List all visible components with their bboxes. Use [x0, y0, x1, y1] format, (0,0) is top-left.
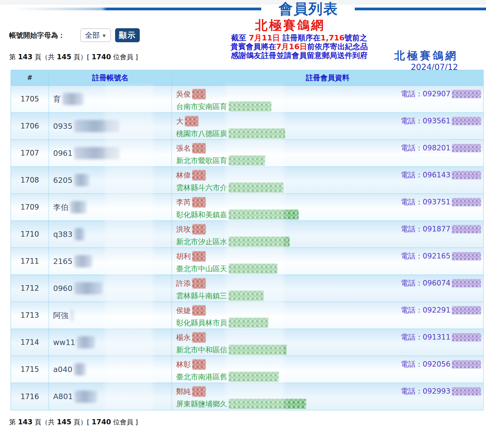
- member-number: 1708: [11, 167, 49, 193]
- site-brand-blue: 北極賽鴿網: [337, 49, 458, 63]
- account-name: 0935: [53, 122, 73, 131]
- table-body: 1705 育 吳俊電話：092907 台南市安南區育 1706 0935 大電話…: [11, 86, 483, 410]
- redacted-phone: [452, 171, 481, 179]
- member-name: 胡利: [176, 251, 191, 261]
- pagination-text: 頁（共: [33, 53, 57, 61]
- redacted-address: [229, 156, 265, 166]
- announcement-number-red: 1,716: [320, 33, 344, 42]
- table-row: 1714 ww11 楊永電話：091311 新北市中和區信: [11, 329, 483, 356]
- redacted-phone: [452, 279, 481, 287]
- redacted-phone: [452, 117, 481, 125]
- member-address: 臺北市中山區天: [176, 264, 227, 274]
- redacted-phone: [452, 387, 481, 395]
- account-name: a040: [53, 365, 72, 374]
- member-name: 楊永: [176, 333, 191, 342]
- phone-number: 091311: [423, 333, 450, 341]
- table-row: 1710 q383 洪玫電話：091877 新北市汐止區水: [11, 221, 483, 248]
- member-address: 台南市安南區育: [176, 102, 227, 111]
- member-name: 林彰: [176, 360, 191, 369]
- phone-number: 091877: [423, 225, 450, 233]
- announcement-text: 註冊順序在: [280, 33, 321, 42]
- site-brand-red: 北極賽鴿網: [245, 18, 336, 33]
- table-row: 1711 2165 胡利電話：092165 臺北市中山區天: [11, 248, 483, 275]
- phone-label: 電話：: [401, 143, 423, 153]
- redacted-account: [77, 336, 95, 348]
- member-address: 新北市中和區信: [176, 345, 227, 355]
- redacted-name: [185, 116, 198, 126]
- phone-number: 093751: [423, 198, 450, 206]
- pagination-top: 第 143 頁（共 145 頁）[ 1740 位會員 ]: [9, 52, 138, 62]
- redacted-name: [192, 278, 206, 289]
- announcement-text: 貴賓會員將在: [231, 42, 276, 51]
- redacted-name: [192, 224, 206, 234]
- redacted-address: [229, 101, 271, 111]
- redacted-name: [192, 305, 206, 316]
- members-table: # 註冊帳號名 註冊會員資料 1705 育 吳俊電話：092907 台南市安南區…: [11, 70, 484, 410]
- pagination-text: 頁）[: [71, 418, 92, 426]
- redacted-account: [70, 309, 74, 321]
- member-address: 桃園市八德區廣: [176, 129, 227, 139]
- total-pages: 145: [57, 53, 71, 61]
- redacted-account: [74, 391, 97, 403]
- member-list-page: 會員列表 北極賽鴿網 截至 7月11日 註冊順序在1,716號前之 貴賓會員將在…: [0, 0, 486, 448]
- member-name: 鄭純: [176, 387, 191, 396]
- header-member-info: 註冊會員資料: [172, 70, 483, 85]
- redacted-name: [192, 197, 206, 207]
- phone-label: 電話：: [401, 359, 423, 369]
- member-number: 1713: [11, 302, 49, 329]
- member-address: 臺北市南港區舊: [176, 372, 227, 382]
- table-row: 1705 育 吳俊電話：092907 台南市安南區育: [11, 86, 483, 113]
- redacted-account: [74, 255, 92, 267]
- redacted-name: [192, 143, 206, 153]
- phone-label: 電話：: [401, 251, 423, 261]
- pagination-text: 第: [9, 418, 18, 426]
- pagination-text: 頁）[: [71, 53, 92, 61]
- page-title: 會員列表: [261, 0, 355, 18]
- account-letter-select[interactable]: 全部 ∨: [80, 29, 111, 42]
- member-name: 侯婕: [176, 306, 191, 315]
- account-name: q383: [53, 230, 73, 239]
- redacted-address: [229, 264, 277, 274]
- redacted-phone: [452, 360, 481, 368]
- redacted-account: [74, 174, 89, 186]
- redacted-phone: [452, 306, 481, 314]
- select-value: 全部: [85, 30, 100, 40]
- member-address: 彰化縣和美鎮嘉: [176, 210, 227, 220]
- redacted-address: [229, 318, 268, 328]
- phone-label: 電話：: [401, 116, 423, 126]
- redacted-phone: [452, 90, 481, 98]
- redacted-name: [192, 251, 206, 262]
- member-address: 屏東縣鹽埔鄉久: [176, 399, 227, 409]
- account-name: 0961: [53, 149, 73, 158]
- redacted-address: [229, 372, 279, 382]
- show-button[interactable]: 顯示: [115, 28, 140, 42]
- table-header-row: # 註冊帳號名 註冊會員資料: [11, 70, 483, 86]
- table-row: 1713 阿強 侯婕電話：092291 彰化縣員林市員: [11, 302, 483, 329]
- member-number: 1714: [11, 329, 49, 356]
- redacted-account: [70, 201, 87, 213]
- announcement-date-red: 7月16日: [276, 42, 307, 51]
- account-name: ww11: [53, 338, 75, 347]
- phone-label: 電話：: [401, 197, 423, 207]
- redacted-name: [192, 332, 206, 343]
- member-address: 新北市汐止區水: [176, 237, 227, 247]
- header-account: 註冊帳號名: [49, 70, 172, 85]
- redacted-name: [192, 386, 206, 397]
- redacted-phone: [452, 225, 481, 233]
- announcement-text: 號前之: [344, 33, 367, 42]
- redacted-phone: [452, 252, 481, 260]
- member-number: 1707: [11, 140, 49, 166]
- phone-number: 093561: [423, 117, 450, 125]
- filter-label: 帳號開始字母為：: [9, 28, 65, 43]
- account-name: A801: [53, 392, 73, 401]
- member-number: 1710: [11, 221, 49, 248]
- account-name: 李伯: [53, 202, 68, 212]
- phone-label: 電話：: [401, 278, 423, 288]
- member-number: 1712: [11, 275, 49, 302]
- redacted-phone: [452, 144, 481, 152]
- member-number: 1706: [11, 113, 49, 139]
- current-page: 143: [18, 53, 33, 61]
- pagination-text: 頁（共: [33, 418, 57, 426]
- table-row: 1715 a040 林彰電話：092056 臺北市南港區舊: [11, 356, 483, 383]
- phone-label: 電話：: [401, 305, 423, 315]
